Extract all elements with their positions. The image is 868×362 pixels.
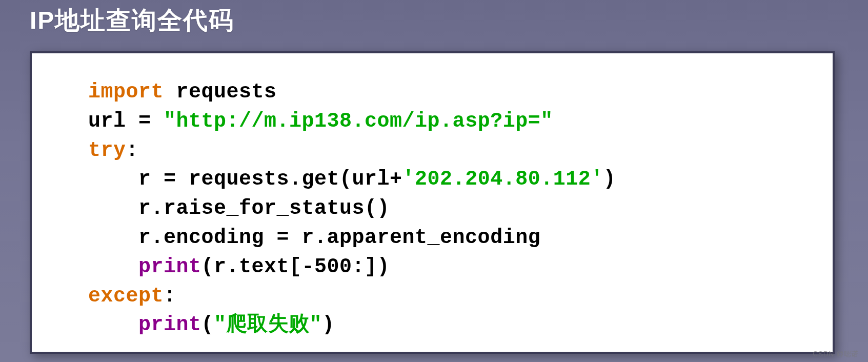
code-text: ) [603, 168, 616, 191]
code-text: r.raise_for_status() [138, 197, 390, 220]
kw-import: import [88, 81, 164, 104]
code-text: r = requests.get(url+ [138, 168, 402, 191]
slide-title: IP地址查询全代码 [0, 0, 868, 46]
kw-print: print [138, 313, 201, 336]
code-text: ) [322, 313, 335, 336]
string-literal: "http://m.ip138.com/ip.asp?ip=" [164, 110, 553, 133]
kw-print: print [138, 255, 201, 278]
watermark: CSDN @嗯诺 [813, 350, 859, 359]
code-text: r.encoding = r.apparent_encoding [138, 226, 540, 249]
code-text: (r.text[-500:]) [201, 255, 390, 278]
string-literal: "爬取失败" [214, 313, 322, 336]
code-text: ( [201, 313, 214, 336]
code-text: : [164, 285, 176, 308]
code-block: import requests url = "http://m.ip138.co… [88, 78, 833, 340]
string-literal: '202.204.80.112' [402, 168, 603, 191]
code-text: url = [88, 110, 164, 133]
code-box: import requests url = "http://m.ip138.co… [30, 51, 835, 354]
code-text: requests [164, 81, 277, 104]
kw-except: except [88, 285, 164, 308]
kw-try: try [88, 139, 126, 162]
code-text: : [126, 139, 139, 162]
slide: IP地址查询全代码 import requests url = "http://… [0, 0, 868, 362]
